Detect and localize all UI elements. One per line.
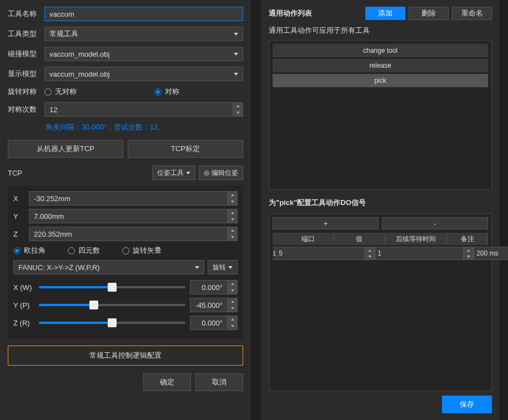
rotvec-radio[interactable]: 旋转矢量 <box>122 246 162 256</box>
add-row-button[interactable]: + <box>273 217 379 229</box>
chevron-down-icon <box>234 33 238 36</box>
yp-spinner[interactable] <box>228 298 238 312</box>
logic-config-button[interactable]: 常规工具控制逻辑配置 <box>8 346 243 366</box>
tool-type-select[interactable]: 常规工具 <box>44 27 243 41</box>
quaternion-label: 四元数 <box>78 246 100 256</box>
do-table-header: 端口 值 后续等待时间 备注 <box>273 233 488 245</box>
col-remark: 备注 <box>447 234 488 244</box>
euler-label: 欧拉角 <box>24 246 46 256</box>
tool-config-panel: 工具名称 工具类型 常规工具 碰撞模型 vaccum_model.obj 显示模… <box>0 0 251 420</box>
tcp-section-label: TCP <box>8 169 152 177</box>
rotate-label: 旋转 <box>213 263 226 272</box>
tcp-block: X Y Z 欧拉角 <box>8 186 243 339</box>
chevron-down-icon <box>228 266 233 269</box>
add-action-button[interactable]: 添加 <box>365 7 405 20</box>
action-item[interactable]: release <box>273 59 488 72</box>
wait-input[interactable] <box>474 247 508 260</box>
cancel-button[interactable]: 取消 <box>195 373 243 391</box>
euler-radio[interactable]: 欧拉角 <box>13 246 46 256</box>
quaternion-radio[interactable]: 四元数 <box>68 246 100 256</box>
tcp-calibrate-button[interactable]: TCP标定 <box>128 140 243 158</box>
edit-pose-label: 编辑位姿 <box>212 168 238 178</box>
ok-button[interactable]: 确定 <box>143 373 191 391</box>
collision-model-value: vaccum_model.obj <box>49 50 109 58</box>
action-item[interactable]: change tool <box>273 44 488 57</box>
symmetry-none-label: 无对称 <box>55 87 77 97</box>
rename-action-button[interactable]: 重命名 <box>452 7 492 20</box>
yp-value-input[interactable] <box>190 298 228 312</box>
xw-label: X (W) <box>13 283 34 292</box>
radio-icon <box>68 247 75 254</box>
pose-tool-select[interactable]: 位姿工具 <box>152 166 195 180</box>
angle-interval-info: 角度间隔：30.000°，尝试次数：12。 <box>46 122 243 132</box>
y-spinner[interactable] <box>228 209 238 223</box>
col-wait: 后续等待时间 <box>385 234 447 244</box>
sym-count-label: 对称次数 <box>8 104 41 114</box>
yp-label: Y (P) <box>13 301 34 309</box>
x-input[interactable] <box>29 191 228 206</box>
action-list-title: 通用动作列表 <box>269 8 362 18</box>
symmetry-none-radio[interactable]: 无对称 <box>44 87 77 97</box>
symmetry-yes-radio[interactable]: 对称 <box>154 87 179 97</box>
zr-slider[interactable] <box>39 317 185 328</box>
port-input[interactable] <box>276 247 365 260</box>
yp-slider[interactable] <box>39 299 185 311</box>
display-model-value: vaccum_model.obj <box>49 70 109 78</box>
pose-tool-label: 位姿工具 <box>157 168 184 178</box>
update-tcp-button[interactable]: 从机器人更新TCP <box>8 140 123 158</box>
edit-pose-button[interactable]: ◎ 编辑位姿 <box>199 166 243 180</box>
save-button[interactable]: 保存 <box>442 396 492 413</box>
xw-spinner[interactable] <box>228 280 238 294</box>
zr-value-input[interactable] <box>190 316 228 330</box>
delete-action-button[interactable]: 删除 <box>409 7 449 20</box>
z-spinner[interactable] <box>228 227 238 241</box>
rotate-button[interactable]: 旋转 <box>208 260 238 274</box>
tool-name-label: 工具名称 <box>8 9 41 19</box>
display-model-label: 显示模型 <box>8 69 41 79</box>
tool-type-value: 常规工具 <box>49 29 78 39</box>
z-input[interactable] <box>29 227 228 241</box>
remove-row-button[interactable]: - <box>382 217 488 229</box>
action-list: change tool release pick <box>269 40 492 190</box>
y-input[interactable] <box>29 209 228 223</box>
port-spinner[interactable] <box>365 247 375 260</box>
action-item[interactable]: pick <box>273 74 488 87</box>
action-list-desc: 通用工具动作可应用于所有工具 <box>269 26 492 36</box>
chevron-down-icon <box>186 172 190 174</box>
x-spinner[interactable] <box>228 191 238 206</box>
sym-count-spinner[interactable] <box>233 102 243 117</box>
chevron-down-icon <box>234 73 238 76</box>
y-label: Y <box>13 212 26 221</box>
symmetry-yes-label: 对称 <box>165 87 179 97</box>
display-model-select[interactable]: vaccum_model.obj <box>44 67 243 81</box>
xw-slider[interactable] <box>39 282 185 293</box>
radio-icon <box>154 88 162 96</box>
zr-spinner[interactable] <box>228 316 238 330</box>
rotvec-label: 旋转矢量 <box>133 246 162 256</box>
col-value: 值 <box>334 234 386 244</box>
zr-label: Z (R) <box>13 319 34 327</box>
sym-count-input[interactable] <box>44 102 233 117</box>
tool-name-input[interactable] <box>44 7 243 21</box>
radio-icon <box>122 247 129 254</box>
rotation-format-value: FANUC: X->Y->Z (W,P,R) <box>18 263 100 272</box>
chevron-down-icon <box>234 53 238 56</box>
symmetry-label: 旋转对称 <box>8 87 41 97</box>
rotation-format-select[interactable]: FANUC: X->Y->Z (W,P,R) <box>13 260 204 274</box>
z-label: Z <box>13 230 26 238</box>
do-table-row: 1 <box>273 246 488 261</box>
radio-icon <box>44 88 52 96</box>
collision-model-select[interactable]: vaccum_model.obj <box>44 47 243 61</box>
xw-value-input[interactable] <box>190 280 228 294</box>
tool-type-label: 工具类型 <box>8 29 41 39</box>
gear-icon: ◎ <box>204 169 209 177</box>
x-label: X <box>13 194 26 203</box>
radio-icon <box>13 247 21 254</box>
action-list-panel: 通用动作列表 添加 删除 重命名 通用工具动作可应用于所有工具 change t… <box>261 0 500 420</box>
value-input[interactable] <box>375 247 464 260</box>
collision-model-label: 碰撞模型 <box>8 49 41 59</box>
col-port: 端口 <box>283 234 334 244</box>
value-spinner[interactable] <box>464 247 474 260</box>
do-config-block: + - 端口 值 后续等待时间 备注 1 <box>269 213 492 391</box>
do-config-title: 为"pick"配置工具动作DO信号 <box>269 198 492 208</box>
